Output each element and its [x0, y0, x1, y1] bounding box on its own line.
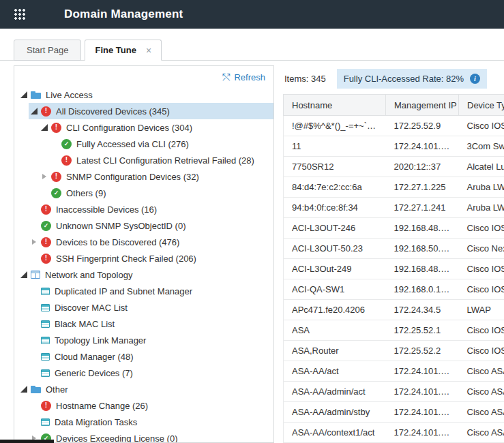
hostname-cell: 94:b4:0f:ce:8f:34 — [284, 198, 386, 218]
tree-item-label: Data Migration Tasks — [55, 417, 137, 427]
tree-item-label: Live Access — [46, 90, 93, 100]
table-row[interactable]: ACI-L3OUT-50.23192.168.50.23Cisco Nexu — [284, 239, 504, 259]
expand-arrow-icon[interactable] — [29, 237, 39, 247]
app-header: Domain Management — [0, 0, 504, 29]
management-ip-cell: 172.27.1.225 — [386, 177, 459, 198]
collapse-arrow-icon[interactable] — [18, 384, 29, 395]
hostname-cell: ASA-AA/act — [284, 361, 386, 382]
table-row[interactable]: ASA,Router172.25.52.2Cisco IOS S — [284, 341, 504, 361]
tree-item[interactable]: Generic Devices (7) — [14, 365, 273, 381]
management-ip-cell: 172.24.34.5 — [386, 300, 459, 320]
collapse-arrow-icon[interactable] — [39, 123, 49, 133]
management-ip-cell: 172.24.101.41 — [386, 402, 459, 423]
device-type-cell: Cisco ASA — [459, 402, 504, 423]
tree-item-label: Generic Devices (7) — [55, 368, 133, 378]
tree-item[interactable]: Other — [14, 381, 273, 397]
items-row: Items: 345 Fully CLI-Accessed Rate: 82% … — [284, 68, 504, 89]
tree-item[interactable]: !Latest CLI Configuration Retrieval Fail… — [14, 152, 273, 168]
tree-item[interactable]: ✓Fully Accessed via CLI (276) — [14, 136, 273, 152]
device-type-cell: Alcatel Luc — [459, 157, 504, 177]
tree-item[interactable]: Discover MAC List — [14, 299, 273, 316]
column-header[interactable]: Management IP — [386, 95, 459, 116]
table-row[interactable]: ASA-AA/admin/stby172.24.101.41Cisco ASA — [284, 402, 504, 423]
table-row[interactable]: 11172.24.101.313Com Swit — [284, 136, 504, 157]
management-ip-cell: 192.168.50.23 — [386, 239, 459, 259]
device-type-cell: Cisco IOS S — [459, 279, 504, 300]
device-table-body: !@#$%^&*()_-=+~`:;,.'|\172.25.52.9Cisco … — [284, 116, 504, 443]
collapse-arrow-icon[interactable] — [29, 106, 39, 117]
tree-item[interactable]: !CLI Configuration Devices (304) — [14, 119, 273, 136]
tree-item[interactable]: !Inaccessible Devices (16) — [14, 201, 273, 217]
table-row[interactable]: APc471.fe20.4206172.24.34.5LWAP — [284, 300, 504, 320]
device-type-cell: Cisco ASA — [459, 361, 504, 382]
column-header[interactable]: Device Type — [459, 95, 504, 116]
table-row[interactable]: ASA-AA/context1/act172.24.101.47Cisco AS… — [284, 423, 504, 443]
hostname-cell: 7750SR12 — [284, 157, 386, 177]
list-icon — [41, 304, 50, 311]
table-row[interactable]: ACI-QA-SW1192.168.0.193Cisco IOS S — [284, 279, 504, 300]
device-table-head-row: HostnameManagement IPDevice Type — [284, 95, 504, 116]
table-row[interactable]: ASA-AA/act172.24.101.47Cisco ASA — [284, 361, 504, 382]
column-header[interactable]: Hostname — [284, 95, 386, 116]
tree-item-label: Unknown SNMP SysObjectID (0) — [56, 221, 186, 231]
tree-item-label: Hostname Change (26) — [56, 401, 148, 411]
management-ip-cell: 172.24.101.31 — [386, 136, 459, 157]
collapse-arrow-icon[interactable] — [18, 270, 29, 280]
list-icon — [41, 337, 50, 344]
tree-item[interactable]: !Devices to be Discovered (476) — [14, 234, 273, 250]
tree-item[interactable]: Duplicated IP and Subnet Manager — [14, 283, 273, 299]
hostname-cell: ASA — [284, 320, 386, 341]
device-type-cell: Cisco IOS S — [459, 341, 504, 361]
tree-item[interactable]: Cloud Manager (48) — [14, 348, 273, 365]
tree-item[interactable]: Live Access — [14, 87, 273, 103]
table-row[interactable]: 7750SR122020:12::37Alcatel Luc — [284, 157, 504, 177]
refresh-button[interactable]: ⤲ Refresh — [222, 72, 265, 82]
table-row[interactable]: ASA172.25.52.1Cisco IOS S — [284, 320, 504, 341]
tree-item[interactable]: Black MAC List — [14, 316, 273, 332]
tree-item[interactable]: ✓Unknown SNMP SysObjectID (0) — [14, 217, 273, 234]
tree-item[interactable]: Network and Topology — [14, 266, 273, 283]
check-icon: ✓ — [51, 188, 61, 198]
expand-arrow-icon[interactable] — [39, 172, 49, 182]
table-row[interactable]: ACI-L3Out-249192.168.48.249Cisco IOS S — [284, 259, 504, 279]
management-ip-cell: 192.168.48.246 — [386, 218, 459, 239]
alert-icon: ! — [51, 123, 61, 133]
device-type-cell: Aruba LWA — [459, 198, 504, 218]
tab-start-page[interactable]: Start Page — [14, 40, 81, 61]
tab-fine-tune[interactable]: Fine Tune × — [85, 40, 162, 61]
expander-spacer — [39, 188, 49, 198]
table-row[interactable]: ASA-AA/admin/act172.24.101.47Cisco ASA — [284, 382, 504, 402]
tree-item-label: Latest CLI Configuration Retrieval Faile… — [76, 155, 254, 166]
tree-item[interactable]: Topology Link Manager — [14, 332, 273, 348]
items-count: Items: 345 — [284, 74, 326, 84]
info-icon[interactable]: i — [470, 74, 480, 84]
device-type-cell: Cisco IOS S — [459, 320, 504, 341]
tab-close-icon[interactable]: × — [146, 46, 151, 55]
table-row[interactable]: 94:b4:0f:ce:8f:34172.27.1.241Aruba LWA — [284, 198, 504, 218]
expander-spacer — [29, 417, 39, 427]
tree-item[interactable]: !SNMP Configuration Devices (32) — [14, 168, 273, 185]
device-type-cell: Cisco ASA — [459, 423, 504, 443]
app-launcher-grid-icon[interactable] — [14, 8, 26, 20]
tree-item-label: Black MAC List — [55, 319, 115, 329]
expander-spacer — [29, 286, 39, 296]
collapse-arrow-icon[interactable] — [18, 90, 29, 100]
table-row[interactable]: ACI-L3OUT-246192.168.48.246Cisco IOS S — [284, 218, 504, 239]
alert-icon: ! — [41, 401, 51, 411]
check-icon: ✓ — [41, 221, 51, 231]
hostname-cell: ASA-AA/context1/act — [284, 423, 386, 443]
tree-item[interactable]: !Hostname Change (26) — [14, 397, 273, 414]
tree-item[interactable]: ✓Others (9) — [14, 185, 273, 201]
device-table: HostnameManagement IPDevice Type !@#$%^&… — [283, 94, 504, 443]
alert-icon: ! — [51, 172, 61, 182]
tree-item[interactable]: Data Migration Tasks — [14, 414, 273, 430]
tree-item[interactable]: !All Discovered Devices (345) — [14, 103, 273, 119]
alert-icon: ! — [41, 204, 51, 215]
tree-item[interactable]: !SSH Fingerprint Check Failed (206) — [14, 250, 273, 266]
table-row[interactable]: !@#$%^&*()_-=+~`:;,.'|\172.25.52.9Cisco … — [284, 116, 504, 136]
table-row[interactable]: 84:d4:7e:c2:cc:6a172.27.1.225Aruba LWA — [284, 177, 504, 198]
hostname-cell: ASA-AA/admin/stby — [284, 402, 386, 423]
cli-accessed-rate-badge[interactable]: Fully CLI-Accessed Rate: 82% i — [337, 69, 487, 89]
expander-spacer — [29, 221, 39, 231]
tree-item-label: Discover MAC List — [55, 303, 128, 313]
